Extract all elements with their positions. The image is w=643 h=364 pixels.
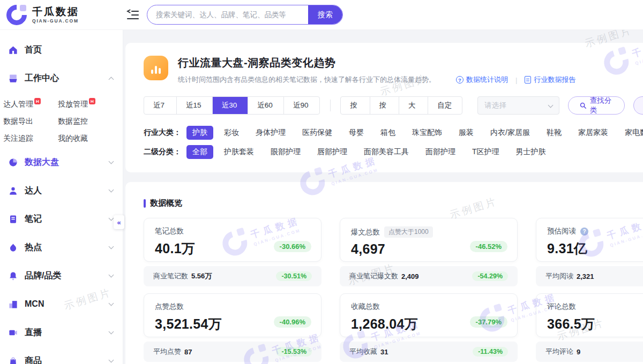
strip-value: 5.56万 [191,271,212,281]
brand-name: 千瓜数据 [32,6,79,17]
change-badge: -54.29% [472,271,508,281]
chevron-down-icon [109,272,114,277]
industry-5[interactable]: 箱包 [375,126,401,140]
card-title: 笔记总数 [155,226,184,236]
period-tabs: 按月按季大促自定义 [340,96,462,115]
submenu-item-my-favorites[interactable]: 我的收藏 [58,134,123,143]
sidebar-item-notes[interactable]: 笔记 [0,211,123,227]
submenu-item-follow-track[interactable]: 关注追踪 [3,134,58,143]
sidebar-item-brand-category[interactable]: 品牌/品类 [0,268,123,284]
bar-chart-icon [144,56,168,80]
sidebar-item-label: 直播 [25,327,42,338]
industry-2[interactable]: 身体护理 [250,126,291,140]
global-search: 搜索 [147,5,343,25]
question-circle-icon [456,76,463,84]
subcategory-0[interactable]: 全部 [186,145,213,159]
filter-panel: 行业流量大盘-洞察品类变化趋势 统计时间范围内含有品类信息的相关笔记数据，快速了… [125,43,643,172]
help-icon[interactable] [580,228,588,236]
card-title: 预估阅读 [547,226,576,236]
period-option-1[interactable]: 按季 [370,97,399,114]
date-range-4[interactable]: 近90天 [283,97,319,114]
sidebar-item-label: 数据大盘 [25,157,59,168]
industry-report-link[interactable]: 行业数据报告 [525,75,575,85]
industry-pills: 护肤彩妆身体护理医药保健母婴箱包珠宝配饰服装内衣/家居服鞋靴家居家装家电数码美食 [186,126,643,140]
submenu-item-data-export[interactable]: 数据导出 [3,117,58,126]
card-likes-total: 点赞总数 3,521.54万 -40.96% 平均点赞 87 -15.53% [144,293,322,362]
sidebar-item-talent[interactable]: 达人 [0,183,123,199]
sidebar-item-home[interactable]: 首页 [0,42,123,58]
sidebar-collapse-handle[interactable]: « [114,215,124,229]
section-title: 数据概览 [150,198,182,208]
submenu-item-placement-mgmt[interactable]: 投放管理 H [58,100,123,109]
change-badge: -11.43% [473,347,508,357]
person-icon [8,185,18,196]
card-title: 点赞总数 [155,302,184,312]
sidebar-item-mcn[interactable]: MCN [0,296,123,312]
page-title: 行业流量大盘-洞察品类变化趋势 [178,56,575,70]
change-badge: -40.96% [274,316,311,328]
industry-4[interactable]: 母婴 [343,126,370,140]
submenu-item-data-monitor[interactable]: 数据监控 [58,117,123,126]
card-title: 收藏总数 [351,302,380,312]
hot-badge: H [89,98,95,104]
sidebar-item-goods[interactable]: 商品 [0,353,123,364]
chevron-down-icon [109,300,114,306]
date-range-tabs: 近7天近15天近30天近60天近90天 [144,96,320,115]
subcategory-7[interactable]: 男士护肤 [510,145,552,159]
note-icon [8,214,18,224]
sidebar-item-data-dashboard[interactable]: 数据大盘 [0,154,123,170]
subcategory-3[interactable]: 唇部护理 [311,145,353,159]
industry-11[interactable]: 家电数码 [619,126,643,140]
date-range-0[interactable]: 近7天 [144,97,176,114]
card-condition-tag: 点赞大于1000 [384,226,433,238]
search-icon [579,102,587,109]
industry-8[interactable]: 内衣/家居服 [484,126,536,140]
strip-label: 平均评论 [545,347,573,357]
subcategory-5[interactable]: 面部护理 [420,145,461,159]
qr-code-button[interactable] [633,96,643,115]
industry-1[interactable]: 彩妆 [218,126,245,140]
search-button[interactable]: 搜索 [308,5,342,24]
sidebar-item-hotspot[interactable]: 热点 [0,239,123,255]
submenu-item-talent-mgmt[interactable]: 达人管理 H [3,100,58,109]
brand-logo-icon [6,5,27,25]
industry-3[interactable]: 医药保健 [296,126,338,140]
strip-label: 商业笔记爆文数 [349,271,398,281]
category-select[interactable]: 请选择 [477,96,559,115]
date-range-2[interactable]: 近30天 [212,96,248,115]
shopping-bag-icon [8,355,18,364]
hot-badge: H [34,98,41,104]
dashboard-icon [8,157,18,168]
date-range-3[interactable]: 近60天 [248,97,283,114]
strip-label: 平均点赞 [153,347,181,357]
strip-value: 31 [380,348,388,356]
subcategory-1[interactable]: 护肤套装 [218,145,260,159]
chevron-down-icon [548,102,553,108]
industry-0[interactable]: 护肤 [186,126,213,140]
collapse-menu-icon[interactable] [126,9,139,21]
period-option-0[interactable]: 按月 [341,97,369,114]
strip-value: 2,321 [577,272,594,280]
find-category-button[interactable]: 查找分类 [568,96,625,115]
sidebar-item-work-center[interactable]: 工作中心 [0,70,123,86]
strip-value: 87 [184,348,192,356]
brand-logo[interactable]: 千瓜数据 QIAN-GUA.COM [0,5,119,25]
period-option-3[interactable]: 自定义 [428,97,462,114]
change-badge: -46.52% [470,241,507,252]
search-input[interactable] [147,11,308,19]
card-est-reads: 预估阅读 9.31亿 平均阅读 2,321 [536,218,643,286]
subcategory-4[interactable]: 面部美容工具 [358,145,415,159]
subcategory-2[interactable]: 眼部护理 [265,145,306,159]
industry-6[interactable]: 珠宝配饰 [406,126,448,140]
subcategory-6[interactable]: T区护理 [466,145,505,159]
industry-10[interactable]: 家居家装 [572,126,614,140]
card-value: 366.5万 [547,315,643,333]
sidebar-item-live[interactable]: 直播 [0,324,123,340]
industry-7[interactable]: 服装 [453,126,480,140]
industry-9[interactable]: 鞋靴 [541,126,567,140]
date-range-1[interactable]: 近15天 [176,97,212,114]
card-viral-total: 爆文总数 点赞大于1000 4,697 -46.52% 商业笔记爆文数 2,40… [340,218,518,286]
stats-help-link[interactable]: 数据统计说明 [456,75,508,85]
sidebar-item-label: 品牌/品类 [25,270,61,282]
period-option-2[interactable]: 大促 [399,97,428,114]
